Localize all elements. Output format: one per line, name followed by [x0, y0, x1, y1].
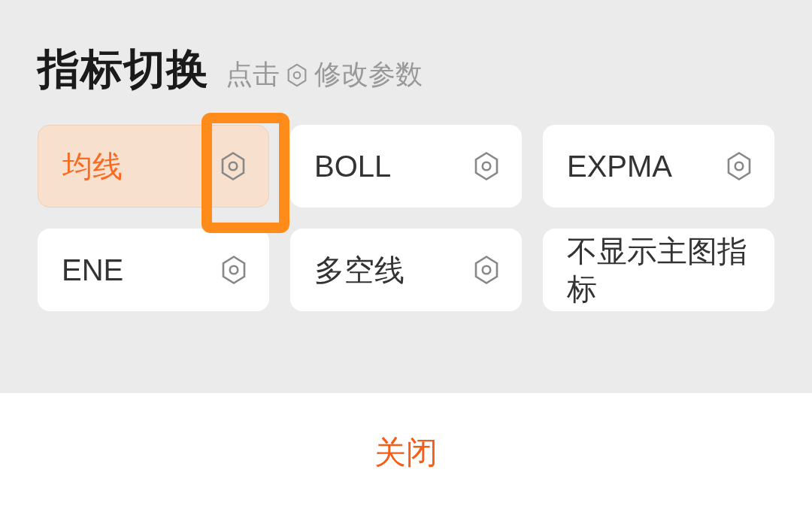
indicator-card-boll[interactable]: BOLL	[290, 125, 522, 208]
svg-point-2	[483, 162, 491, 171]
gear-icon	[284, 62, 310, 88]
subtitle-suffix: 修改参数	[314, 56, 423, 93]
indicator-card-ene[interactable]: ENE	[38, 229, 269, 311]
panel-title: 指标切换	[38, 41, 209, 98]
close-button[interactable]: 关闭	[374, 432, 438, 474]
subtitle-prefix: 点击	[226, 56, 280, 93]
panel-subtitle: 点击 修改参数	[226, 56, 423, 93]
svg-point-4	[230, 266, 238, 274]
indicator-label: 不显示主图指标	[567, 232, 750, 308]
indicator-label: 均线	[62, 146, 123, 187]
svg-point-5	[483, 266, 491, 274]
panel-header: 指标切换 点击 修改参数	[0, 0, 812, 125]
svg-point-0	[294, 71, 301, 78]
indicator-card-duokong[interactable]: 多空线	[290, 229, 522, 311]
panel-footer: 关闭	[0, 393, 812, 512]
gear-icon[interactable]	[471, 254, 502, 286]
indicator-card-ma[interactable]: 均线	[38, 125, 269, 208]
svg-point-1	[229, 162, 238, 171]
indicator-grid: 均线 BOLL EXPMA	[0, 125, 812, 311]
indicator-card-none[interactable]: 不显示主图指标	[543, 229, 774, 311]
gear-icon[interactable]	[218, 254, 250, 286]
indicator-label: EXPMA	[567, 150, 672, 183]
svg-point-3	[735, 162, 744, 171]
indicator-label: 多空线	[314, 250, 404, 291]
indicator-card-expma[interactable]: EXPMA	[543, 125, 774, 208]
indicator-switch-panel: 指标切换 点击 修改参数 均线 BOLL	[0, 0, 812, 512]
indicator-label: BOLL	[314, 150, 391, 183]
gear-icon[interactable]	[217, 150, 249, 182]
indicator-label: ENE	[62, 253, 123, 287]
gear-icon[interactable]	[723, 150, 755, 182]
gear-icon[interactable]	[471, 150, 502, 182]
